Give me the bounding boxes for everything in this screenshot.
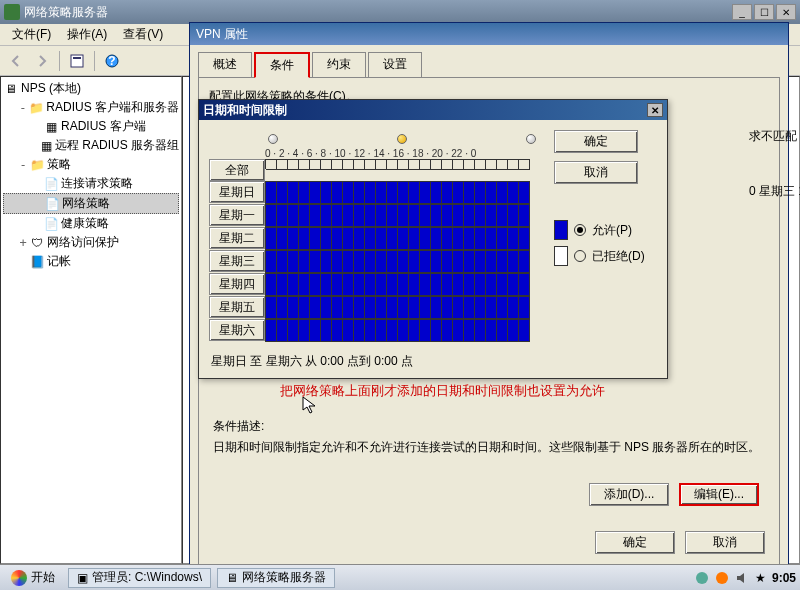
schedule-cell[interactable] (365, 205, 376, 227)
tree-accounting[interactable]: 📘记帐 (3, 252, 179, 271)
schedule-cell[interactable] (442, 182, 453, 204)
schedule-cell[interactable] (277, 274, 288, 296)
schedule-cell[interactable] (420, 251, 431, 273)
schedule-cell[interactable] (277, 182, 288, 204)
schedule-cell[interactable] (442, 274, 453, 296)
schedule-cell[interactable] (354, 228, 365, 250)
schedule-cell[interactable] (387, 205, 398, 227)
schedule-cell[interactable] (497, 320, 508, 342)
schedule-cell[interactable] (376, 205, 387, 227)
schedule-cell[interactable] (398, 251, 409, 273)
tray-volume-icon[interactable] (735, 571, 749, 585)
schedule-cell[interactable] (442, 251, 453, 273)
close-button[interactable]: ✕ (776, 4, 796, 20)
schedule-cell[interactable] (387, 320, 398, 342)
schedule-cell[interactable] (332, 228, 343, 250)
schedule-cell[interactable] (431, 274, 442, 296)
schedule-cell[interactable] (497, 228, 508, 250)
schedule-cell[interactable] (497, 251, 508, 273)
taskbar-item-cmd[interactable]: ▣ 管理员: C:\Windows\ (68, 568, 211, 588)
schedule-cell[interactable] (343, 320, 354, 342)
day-button-5[interactable]: 星期五 (209, 296, 265, 318)
schedule-cell[interactable] (431, 251, 442, 273)
schedule-cell[interactable] (343, 228, 354, 250)
schedule-cell[interactable] (376, 320, 387, 342)
schedule-cell[interactable] (354, 320, 365, 342)
schedule-cell[interactable] (475, 182, 486, 204)
schedule-cell[interactable] (464, 251, 475, 273)
schedule-cell[interactable] (453, 251, 464, 273)
schedule-cell[interactable] (409, 297, 420, 319)
schedule-cell[interactable] (332, 297, 343, 319)
schedule-cell[interactable] (519, 297, 530, 319)
schedule-cell[interactable] (332, 182, 343, 204)
day-button-6[interactable]: 星期六 (209, 319, 265, 341)
day-button-2[interactable]: 星期二 (209, 227, 265, 249)
schedule-cell[interactable] (354, 205, 365, 227)
nav-tree[interactable]: 🖥NPS (本地) -📁RADIUS 客户端和服务器 ▦RADIUS 客户端 ▦… (0, 76, 182, 564)
schedule-cell[interactable] (486, 320, 497, 342)
schedule-cell[interactable] (387, 274, 398, 296)
schedule-cell[interactable] (387, 182, 398, 204)
schedule-cell[interactable] (266, 320, 277, 342)
schedule-cell[interactable] (486, 274, 497, 296)
schedule-cell[interactable] (387, 297, 398, 319)
schedule-cell[interactable] (365, 228, 376, 250)
schedule-cell[interactable] (277, 251, 288, 273)
tab-settings[interactable]: 设置 (368, 52, 422, 78)
schedule-cell[interactable] (497, 205, 508, 227)
tree-net-policy[interactable]: 📄网络策略 (3, 193, 179, 214)
schedule-cell[interactable] (376, 274, 387, 296)
schedule-cell[interactable] (310, 297, 321, 319)
schedule-cell[interactable] (354, 182, 365, 204)
schedule-cell[interactable] (519, 228, 530, 250)
schedule-cell[interactable] (420, 205, 431, 227)
schedule-cell[interactable] (299, 320, 310, 342)
schedule-cell[interactable] (475, 251, 486, 273)
schedule-cell[interactable] (288, 297, 299, 319)
schedule-cell[interactable] (431, 297, 442, 319)
schedule-cell[interactable] (288, 274, 299, 296)
schedule-cell[interactable] (398, 228, 409, 250)
schedule-cell[interactable] (266, 228, 277, 250)
schedule-cell[interactable] (486, 228, 497, 250)
schedule-cell[interactable] (475, 205, 486, 227)
menu-action[interactable]: 操作(A) (59, 24, 115, 45)
schedule-cell[interactable] (365, 274, 376, 296)
schedule-cell[interactable] (277, 320, 288, 342)
edit-button[interactable]: 编辑(E)... (679, 483, 759, 506)
tray-icon-1[interactable] (695, 571, 709, 585)
schedule-cell[interactable] (486, 251, 497, 273)
schedule-cell[interactable] (365, 251, 376, 273)
schedule-cell[interactable] (321, 320, 332, 342)
clock[interactable]: 9:05 (772, 571, 796, 585)
schedule-cell[interactable] (398, 297, 409, 319)
schedule-cell[interactable] (409, 205, 420, 227)
taskbar-item-nps[interactable]: 🖥 网络策略服务器 (217, 568, 335, 588)
schedule-cell[interactable] (288, 251, 299, 273)
schedule-cell[interactable] (398, 205, 409, 227)
vpn-cancel-button[interactable]: 取消 (685, 531, 765, 554)
vpn-titlebar[interactable]: VPN 属性 (190, 23, 788, 45)
schedule-cell[interactable] (343, 297, 354, 319)
menu-view[interactable]: 查看(V) (115, 24, 171, 45)
deny-radio[interactable] (574, 250, 586, 262)
schedule-cell[interactable] (332, 274, 343, 296)
schedule-cell[interactable] (464, 182, 475, 204)
schedule-cell[interactable] (508, 320, 519, 342)
dt-ok-button[interactable]: 确定 (554, 130, 638, 153)
all-days-button[interactable]: 全部 (209, 159, 265, 181)
schedule-cell[interactable] (387, 228, 398, 250)
schedule-cell[interactable] (343, 205, 354, 227)
schedule-cell[interactable] (442, 228, 453, 250)
schedule-cell[interactable] (508, 205, 519, 227)
tree-policy[interactable]: -📁策略 (3, 155, 179, 174)
schedule-cell[interactable] (475, 320, 486, 342)
schedule-cell[interactable] (508, 297, 519, 319)
tree-radius-group[interactable]: -📁RADIUS 客户端和服务器 (3, 98, 179, 117)
schedule-cell[interactable] (453, 320, 464, 342)
schedule-cell[interactable] (288, 182, 299, 204)
schedule-cell[interactable] (409, 251, 420, 273)
schedule-cell[interactable] (420, 228, 431, 250)
schedule-cell[interactable] (508, 251, 519, 273)
